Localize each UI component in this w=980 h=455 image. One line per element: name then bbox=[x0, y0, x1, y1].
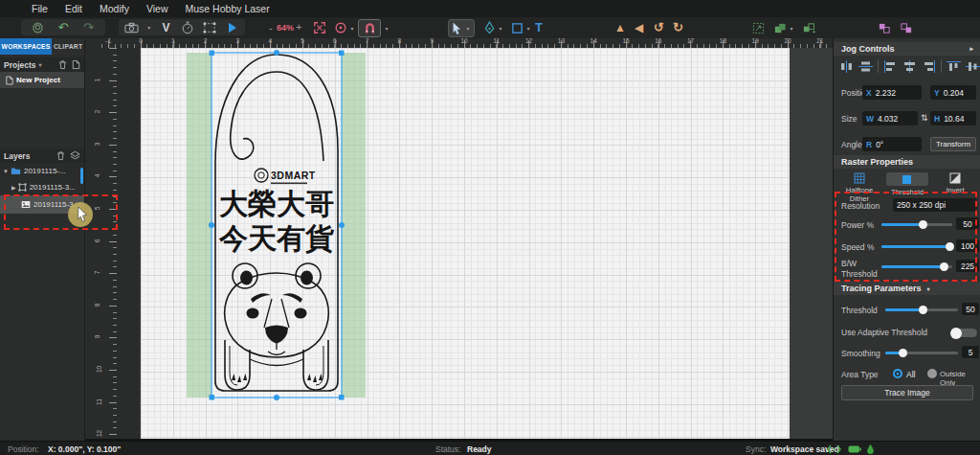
distribute-horizontal-icon[interactable] bbox=[839, 60, 854, 73]
delete-project-icon[interactable] bbox=[58, 59, 67, 70]
snap-magnet-toggle[interactable] bbox=[358, 19, 381, 37]
delete-layer-icon[interactable] bbox=[56, 150, 65, 161]
mode-threshold-selected[interactable]: Threshold bbox=[885, 172, 929, 196]
timer-icon[interactable] bbox=[179, 20, 196, 35]
mode-halftone-dither[interactable]: Halftone Dither bbox=[837, 172, 881, 203]
group-objects-icon[interactable] bbox=[771, 20, 789, 35]
power-value[interactable]: 50 bbox=[956, 217, 979, 230]
menu-item-view[interactable]: View bbox=[146, 3, 168, 14]
pen-dropdown-icon[interactable]: ▾ bbox=[497, 25, 504, 32]
project-item-new-project[interactable]: New Project bbox=[0, 72, 84, 88]
snap-dropdown-icon[interactable]: ▾ bbox=[383, 25, 390, 32]
tracing-parameters-header[interactable]: Tracing Parameters ▾ bbox=[834, 282, 980, 295]
h-ruler-number: 13 bbox=[558, 37, 565, 44]
jog-controls-title: Jog Controls bbox=[841, 44, 895, 54]
fit-view-icon[interactable] bbox=[311, 20, 328, 35]
zoom-in-button[interactable]: + bbox=[296, 22, 301, 33]
tab-workspaces[interactable]: WORKSPACES bbox=[0, 38, 52, 55]
v-ruler-number: 6 bbox=[94, 239, 100, 242]
resolution-field[interactable]: 250 x 250 dpi bbox=[893, 198, 977, 212]
position-x-field[interactable]: X 2.232 bbox=[862, 85, 922, 100]
new-project-icon[interactable] bbox=[72, 59, 80, 70]
area-all-radio[interactable] bbox=[893, 369, 902, 378]
projects-collapse-icon[interactable]: ▾ bbox=[39, 61, 42, 68]
add-layer-icon[interactable] bbox=[70, 150, 80, 161]
invert-icon bbox=[949, 172, 961, 184]
v-ruler-number: 7 bbox=[94, 271, 100, 275]
layer-expand-icon[interactable]: ▶ bbox=[11, 184, 16, 191]
layers-scrollbar[interactable] bbox=[80, 168, 83, 184]
projects-header: Projects ▾ bbox=[0, 57, 84, 72]
pen-tool-icon[interactable] bbox=[480, 20, 498, 35]
right-panel: Jog Controls ▸ Position X 2.232 Y 0.204 … bbox=[833, 38, 980, 441]
select-dropdown-icon[interactable]: ▾ bbox=[464, 25, 472, 32]
menu-item-modify[interactable]: Modify bbox=[100, 3, 129, 14]
design-door-hanger[interactable]: 3DMART 大榮大哥 今天有貨 bbox=[177, 43, 373, 407]
focus-tool-icon[interactable] bbox=[332, 20, 349, 35]
size-h-field[interactable]: H 10.64 bbox=[930, 111, 976, 125]
rotate-ccw-icon[interactable]: ↺ bbox=[654, 21, 664, 34]
distribute-vertical-icon[interactable] bbox=[858, 60, 873, 73]
raster-properties-header[interactable]: Raster Properties bbox=[834, 155, 980, 169]
position-y-field[interactable]: Y 0.204 bbox=[930, 85, 976, 100]
shape-tool-icon[interactable] bbox=[508, 20, 525, 35]
speed-slider[interactable] bbox=[881, 245, 952, 248]
jog-controls-header[interactable]: Jog Controls ▸ bbox=[834, 42, 980, 56]
tracing-collapse-icon[interactable]: ▾ bbox=[927, 285, 930, 292]
area-outside-radio[interactable] bbox=[927, 369, 937, 378]
weld-nodes-icon[interactable] bbox=[876, 20, 893, 35]
layer-row-vector[interactable]: ▶ 20191115-3... bbox=[0, 179, 84, 195]
marquee-select-icon[interactable] bbox=[749, 20, 767, 35]
smoothing-slider[interactable] bbox=[885, 352, 958, 354]
rotate-cw-icon[interactable]: ↻ bbox=[673, 21, 683, 34]
angle-field[interactable]: R 0° bbox=[862, 137, 922, 151]
align-middle-icon[interactable] bbox=[966, 60, 980, 73]
frame-trace-icon[interactable] bbox=[201, 20, 218, 35]
ungroup-objects-icon[interactable] bbox=[800, 20, 817, 35]
mode-invert[interactable]: Invert bbox=[933, 172, 977, 194]
transform-button[interactable]: Transform bbox=[930, 137, 976, 151]
focus-dropdown-icon[interactable]: ▾ bbox=[348, 25, 356, 32]
power-slider[interactable] bbox=[881, 223, 952, 226]
smoothing-value[interactable]: 5 bbox=[962, 346, 979, 358]
settings-gear-icon[interactable] bbox=[30, 20, 47, 35]
menu-item-edit[interactable]: Edit bbox=[65, 3, 82, 14]
align-center-icon[interactable] bbox=[902, 60, 917, 73]
flip-horizontal-icon[interactable]: ◀ bbox=[635, 22, 643, 34]
vector-tool-icon[interactable]: V bbox=[158, 20, 175, 35]
adaptive-threshold-toggle[interactable] bbox=[952, 329, 977, 337]
v-ruler-number: 3 bbox=[94, 142, 100, 146]
menu-item-muse-hobby-laser[interactable]: Muse Hobby Laser bbox=[186, 3, 270, 14]
text-tool-icon[interactable]: T bbox=[535, 20, 543, 34]
aspect-link-icon[interactable]: ⇅ bbox=[921, 113, 928, 123]
shape-dropdown-icon[interactable]: ▾ bbox=[524, 25, 532, 32]
zoom-level[interactable]: 64% bbox=[277, 23, 294, 33]
layer-expand-icon[interactable]: ▼ bbox=[3, 169, 9, 174]
camera-icon[interactable] bbox=[123, 20, 141, 35]
bw-threshold-value[interactable]: 225 bbox=[956, 260, 979, 272]
trace-threshold-value[interactable]: 50 bbox=[962, 303, 979, 315]
v-ruler-number: 8 bbox=[94, 303, 100, 307]
align-top-icon[interactable] bbox=[947, 60, 961, 73]
group-dropdown-icon[interactable]: ▾ bbox=[788, 25, 795, 32]
layer-row-root[interactable]: ▼ 20191115-... bbox=[0, 163, 84, 179]
align-right-icon[interactable] bbox=[922, 60, 936, 73]
trace-threshold-slider[interactable] bbox=[885, 308, 958, 311]
camera-dropdown-icon[interactable]: ▾ bbox=[145, 24, 153, 31]
undo-icon[interactable]: ↶ bbox=[55, 20, 72, 35]
speed-value[interactable]: 100 bbox=[956, 239, 979, 252]
jog-expand-icon[interactable]: ▸ bbox=[969, 45, 973, 53]
run-job-play-icon[interactable] bbox=[223, 20, 240, 35]
menu-item-file[interactable]: File bbox=[32, 3, 48, 14]
flip-vertical-icon[interactable]: ▲ bbox=[614, 22, 626, 34]
subtract-nodes-icon[interactable] bbox=[898, 20, 915, 35]
size-w-field[interactable]: W 4.032 bbox=[862, 111, 918, 125]
tab-clipart[interactable]: CLIPART bbox=[52, 38, 84, 55]
zoom-out-button[interactable]: - bbox=[269, 23, 273, 34]
statusbar-sync-label: Sync: bbox=[746, 444, 766, 454]
select-tool-active[interactable]: ▾ bbox=[448, 19, 475, 37]
bw-threshold-slider[interactable] bbox=[881, 265, 952, 268]
align-left-icon[interactable] bbox=[883, 60, 898, 73]
redo-icon[interactable]: ↷ bbox=[80, 20, 98, 35]
trace-image-button[interactable]: Trace Image bbox=[841, 385, 973, 400]
